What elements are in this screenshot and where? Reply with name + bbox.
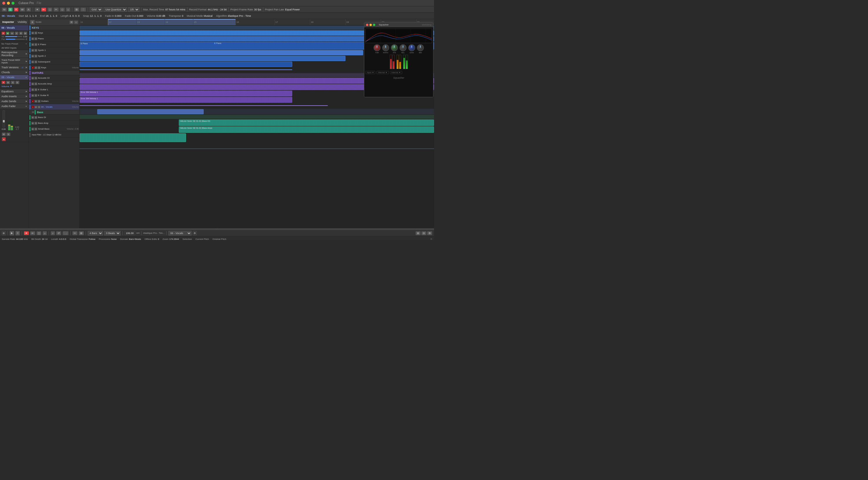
bottom-info-settings[interactable]: ⚙ — [430, 238, 432, 240]
clip-bass-amp[interactable]: HALion Sonic SE 01-02 (Bass Amp) — [179, 126, 434, 133]
track-solo-bassamp[interactable]: S — [34, 122, 37, 125]
bottom-speaker-btn[interactable]: ♪ — [51, 231, 55, 235]
inspector-fader[interactable]: 0.00 — [2, 110, 6, 130]
btn-w[interactable]: W — [20, 7, 25, 11]
track-mute-epiano[interactable]: m — [31, 43, 34, 46]
clip-synth2[interactable] — [80, 56, 345, 61]
track-solo-adi[interactable]: S — [34, 77, 37, 79]
track-mute-adi[interactable]: m — [31, 77, 34, 79]
fade-out-field[interactable]: Fade-Out 0.000 — [125, 14, 144, 18]
bottom-settings-btn2[interactable]: ⚙ — [427, 231, 432, 235]
knob-5[interactable] — [408, 44, 415, 51]
inspector-rec-btn[interactable]: R — [1, 32, 5, 35]
track-filter-btn[interactable]: ☰ — [69, 21, 73, 24]
inspector-current-m[interactable]: M — [6, 81, 10, 84]
close-button[interactable] — [2, 2, 5, 5]
tempo-display[interactable]: 106.00 — [124, 231, 135, 235]
inspector-retro-header[interactable]: Retrospective Recording ▶ — [0, 50, 29, 58]
track-row-guitars[interactable]: ● m S Guitars Volume — [29, 98, 79, 104]
maximize-button[interactable] — [11, 2, 14, 5]
track-row-subsequent[interactable]: m S Subsequent — [29, 59, 79, 65]
snap-btn[interactable]: ⊞ — [74, 7, 79, 11]
inspector-select-dropdown[interactable]: Volume ▼ — [1, 85, 27, 88]
inspector-track-preset-header[interactable]: Track Preset MIDI Inputs ▶ — [0, 58, 29, 65]
track-solo-synth2[interactable]: S — [34, 55, 37, 58]
track-row-synth2[interactable]: m S Synth 2 — [29, 53, 79, 59]
plugin-sidechain-select[interactable]: Internal ▼ — [390, 71, 402, 74]
track-row-guitars-folder[interactable]: GUITARS — [29, 71, 79, 75]
knob-3[interactable] — [391, 44, 398, 51]
tool-zoom[interactable]: ⌕ — [66, 7, 70, 11]
track-mute-keys2[interactable]: m — [34, 66, 37, 69]
fade-in-field[interactable]: Fade-In 0.000 — [105, 14, 122, 18]
clip-synth1[interactable] — [80, 50, 363, 55]
bottom-right-btn1[interactable]: ⊞ — [415, 231, 421, 235]
track-rec-vocals[interactable]: ● — [31, 106, 34, 108]
knob-2[interactable] — [382, 44, 389, 51]
bottom-loop-btn[interactable]: ↺ — [56, 231, 61, 235]
btn-a[interactable]: A — [26, 7, 31, 11]
track-row-lc-slope[interactable]: Input Filter - LC-Slope 12 dB/Oct — [29, 132, 79, 138]
track-solo-guitars[interactable]: S — [38, 100, 40, 103]
track-solo-piano[interactable]: S — [34, 37, 37, 40]
track-row-bass-folder[interactable]: 24 Bass — [29, 110, 79, 115]
track-mute-synth2[interactable]: m — [31, 55, 34, 58]
bottom-headphones-btn[interactable]: 🎧 — [62, 231, 69, 235]
fader-m-btn[interactable]: M — [2, 132, 6, 136]
inspector-solo-btn[interactable]: S — [15, 32, 19, 35]
track-row-keys[interactable]: m S Keys — [29, 30, 79, 36]
inspector-current-s[interactable]: S — [11, 81, 15, 84]
tool-split[interactable]: ✂ — [54, 7, 59, 11]
track-solo-egr[interactable]: S — [34, 94, 37, 97]
inspector-pan-slider[interactable] — [6, 39, 25, 40]
inspector-read-btn[interactable]: R — [19, 32, 23, 35]
track-solo-aamp[interactable]: S — [34, 83, 37, 85]
btn-m[interactable]: M — [2, 7, 7, 11]
tool-select[interactable]: ✦ — [35, 7, 40, 11]
tab-inspector[interactable]: Inspector — [1, 20, 16, 24]
track-mute-egr[interactable]: m — [31, 94, 34, 97]
inspector-volume-slider[interactable] — [5, 36, 23, 37]
track-row-acoustic-amp[interactable]: m S Acoustic Amp — [29, 81, 79, 87]
track-solo-epiano[interactable]: S — [34, 43, 37, 46]
track-rec-guitars[interactable]: ● — [31, 100, 34, 103]
quantize-select[interactable]: Use Quantize — [103, 7, 127, 12]
track-mute-bassdi[interactable]: m — [31, 116, 34, 119]
add-track-btn[interactable]: + — [30, 20, 35, 25]
start-field[interactable]: Start 12. 1. 1. 0 — [19, 14, 36, 18]
plugin-input-select[interactable]: Input ▼ — [365, 71, 375, 74]
loop-region[interactable] — [108, 19, 236, 26]
track-row-epiano[interactable]: m S E Piano — [29, 42, 79, 47]
track-solo-sbass[interactable]: S — [34, 128, 37, 130]
bottom-rewind-btn[interactable]: ⟨⟨ — [16, 231, 20, 235]
grid-select[interactable]: Grid — [90, 7, 102, 12]
length-field[interactable]: Length 4. 0. 0. 0 — [60, 14, 80, 18]
bottom-cut-btn[interactable]: ✂ — [72, 231, 78, 235]
inspector-current-track-header[interactable]: 06 - Vocals ▼ — [0, 75, 29, 79]
bottom-play-btn[interactable]: ▶ — [9, 231, 14, 235]
bottom-snap-icon[interactable]: ⊞ — [2, 231, 6, 235]
inspector-midi-input[interactable]: All MIDI Inputs — [0, 46, 29, 50]
track-mute-sbass[interactable]: m — [31, 128, 34, 130]
track-row-vocals[interactable]: ● m S 06 - Vocals Volume — [29, 104, 79, 110]
track-mute-egl[interactable]: m — [31, 88, 34, 91]
bottom-settings-btn[interactable]: ⚙ — [193, 231, 197, 235]
inspector-track-versions-header[interactable]: Track Versions I↑ ▶ — [0, 65, 29, 70]
track-row-acoustic-di[interactable]: m S Acoustic DI — [29, 75, 79, 81]
tool-glue[interactable]: ◇ — [60, 7, 65, 11]
track-solo-synth1[interactable]: S — [34, 49, 37, 52]
knob-4[interactable] — [400, 44, 406, 51]
bars-select[interactable]: 4 Bars — [88, 231, 103, 235]
inspector-current-rec[interactable]: R — [1, 81, 5, 84]
plugin-maximize[interactable] — [373, 24, 375, 26]
inspector-audio-inserts-header[interactable]: Audio Inserts ▶ — [0, 94, 29, 99]
plugin-close[interactable] — [366, 24, 368, 26]
tab-visibility[interactable]: Visibility — [17, 20, 28, 24]
track-solo-keys2[interactable]: S — [38, 66, 40, 69]
fader-rec-btn[interactable]: ● — [2, 137, 6, 141]
track-solo-bassdi[interactable]: S — [34, 116, 37, 119]
track-row-small-bass[interactable]: m S Small Bass Volume -4.96 — [29, 126, 79, 132]
algorithm-field[interactable]: Algorithm élastique Pro - Time — [216, 14, 251, 18]
track-mute-subsequent[interactable]: m — [31, 61, 34, 63]
bottom-track-select[interactable]: 06 - Vocals — [168, 231, 191, 235]
